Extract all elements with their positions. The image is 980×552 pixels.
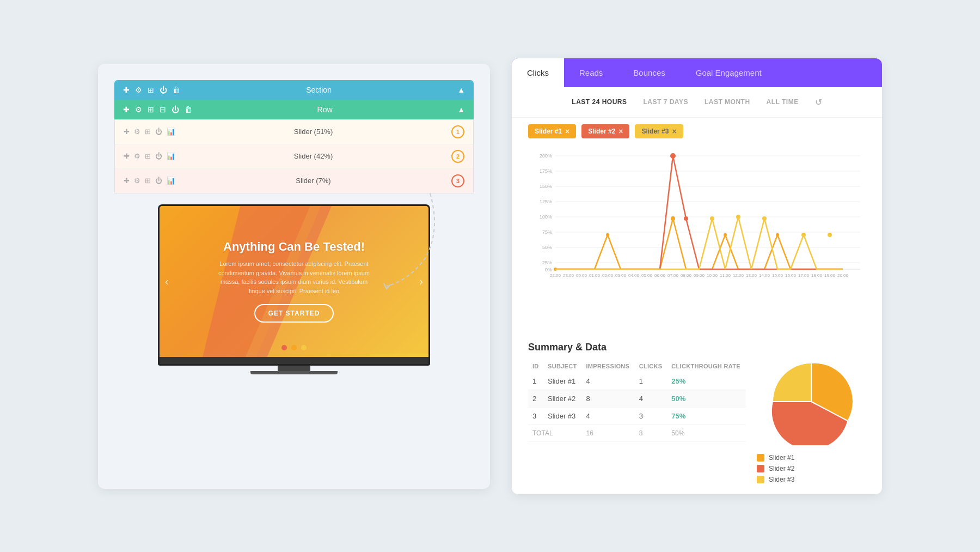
filter-last-month[interactable]: LAST MONTH [705, 98, 750, 106]
svg-text:100%: 100% [540, 214, 552, 220]
line-chart: 200% 175% 150% 125% 100% 75% 50% 25% 0% [528, 150, 866, 281]
row3-id: 3 [528, 407, 543, 424]
power-icon[interactable]: ⏻ [160, 86, 167, 94]
svg-text:18:00: 18:00 [811, 273, 823, 278]
svg-text:175%: 175% [540, 168, 552, 174]
section-chevron-icon[interactable]: ▲ [457, 86, 465, 94]
row2-clicks: 4 [635, 390, 667, 407]
dot-2[interactable] [291, 345, 297, 350]
row3-subject: Slider #3 [543, 407, 582, 424]
filter-last-7d[interactable]: LAST 7 DAYS [644, 98, 688, 106]
slider-item-3[interactable]: ✚ ⚙ ⊞ ⏻ 📊 Slider (7%) 3 [115, 169, 473, 193]
delete-row-icon[interactable]: 🗑 [185, 105, 192, 114]
legend-dot-1 [757, 454, 764, 462]
svg-text:13:00: 13:00 [746, 273, 757, 278]
slider-item-2[interactable]: ✚ ⚙ ⊞ ⏻ 📊 Slider (42%) 2 [115, 144, 473, 169]
tab-clicks[interactable]: Clicks [512, 58, 564, 87]
legend-item-1: Slider #1 [757, 454, 794, 462]
row1-impressions: 4 [582, 373, 635, 390]
left-panel: ✚ ⚙ ⊞ ⏻ 🗑 Section ▲ ✚ ⚙ ⊞ ⊟ ⏻ 🗑 Row ▲ ✚ … [98, 64, 490, 489]
power-s3-icon[interactable]: ⏻ [155, 177, 162, 185]
settings-s3-icon[interactable]: ⚙ [134, 177, 140, 185]
chart-s1-icon[interactable]: 📊 [167, 128, 175, 136]
filter-all-time[interactable]: ALL TIME [767, 98, 799, 106]
settings-row-icon[interactable]: ⚙ [135, 105, 142, 114]
copy-s2-icon[interactable]: ⊞ [145, 152, 151, 160]
svg-point-28 [710, 216, 714, 221]
copy-icon[interactable]: ⊞ [148, 86, 154, 94]
tab-goal-engagement[interactable]: Goal Engagement [681, 58, 777, 87]
tag-2-label: Slider #2 [588, 128, 615, 135]
row1-clicks: 1 [635, 373, 667, 390]
add-icon[interactable]: ✚ [123, 86, 130, 94]
copy-s1-icon[interactable]: ⊞ [145, 128, 151, 136]
tag-slider-2[interactable]: Slider #2 × [581, 124, 629, 138]
svg-text:125%: 125% [540, 199, 552, 204]
slider-3-label: Slider (7%) [175, 177, 451, 185]
tag-2-close-icon[interactable]: × [618, 127, 623, 136]
total-clicks: 8 [635, 424, 667, 441]
laptop-base [158, 357, 430, 366]
slider-3-badge: 3 [451, 174, 464, 187]
laptop-next-icon[interactable]: › [419, 275, 423, 288]
row3-clicks: 3 [635, 407, 667, 424]
svg-point-26 [670, 153, 676, 159]
dot-1[interactable] [281, 345, 287, 350]
row-toolbar: ✚ ⚙ ⊞ ⊟ ⏻ 🗑 Row ▲ [114, 100, 474, 119]
svg-point-32 [828, 233, 832, 237]
power-row-icon[interactable]: ⏻ [171, 105, 179, 114]
chart-area: 200% 175% 150% 125% 100% 75% 50% 25% 0% [512, 145, 882, 333]
filter-last-24h[interactable]: LAST 24 HOURS [572, 98, 627, 106]
reset-icon[interactable]: ↺ [815, 97, 822, 107]
laptop-prev-icon[interactable]: ‹ [165, 275, 169, 288]
row-toolbar-icons: ✚ ⚙ ⊞ ⊟ ⏻ 🗑 [123, 105, 192, 114]
slider-2-icons: ✚ ⚙ ⊞ ⏻ 📊 [124, 152, 175, 160]
table-row: 1 Slider #1 4 1 25% [528, 373, 746, 390]
add-s3-icon[interactable]: ✚ [124, 177, 130, 185]
chart-s3-icon[interactable]: 📊 [167, 177, 175, 185]
svg-text:02:00: 02:00 [602, 273, 614, 278]
right-panel: Clicks Reads Bounces Goal Engagement LAS… [512, 58, 882, 494]
settings-s1-icon[interactable]: ⚙ [134, 128, 140, 136]
power-s1-icon[interactable]: ⏻ [155, 128, 162, 136]
add-s1-icon[interactable]: ✚ [124, 128, 130, 136]
laptop-body: Lorem ipsum amet, consectetur adipiscing… [212, 259, 376, 295]
svg-text:05:00: 05:00 [641, 273, 653, 278]
chart-s2-icon[interactable]: 📊 [167, 152, 175, 160]
delete-icon[interactable]: 🗑 [173, 86, 180, 94]
tag-1-close-icon[interactable]: × [565, 127, 569, 136]
slider-tags: Slider #1 × Slider #2 × Slider #3 × [512, 118, 882, 145]
slider-1-icons: ✚ ⚙ ⊞ ⏻ 📊 [124, 128, 175, 136]
row1-id: 1 [528, 373, 543, 390]
svg-text:0%: 0% [545, 267, 552, 272]
section-toolbar-icons: ✚ ⚙ ⊞ ⏻ 🗑 [123, 86, 180, 94]
row1-subject: Slider #1 [543, 373, 582, 390]
tab-reads[interactable]: Reads [564, 58, 618, 87]
legend-dot-2 [757, 465, 764, 472]
laptop-preview: Anything Can Be Tested! Lorem ipsum amet… [114, 204, 474, 374]
svg-text:14:00: 14:00 [759, 273, 770, 278]
settings-s2-icon[interactable]: ⚙ [134, 152, 140, 160]
tag-slider-1[interactable]: Slider #1 × [528, 124, 576, 138]
dot-3[interactable] [301, 345, 307, 350]
add-s2-icon[interactable]: ✚ [124, 152, 130, 160]
power-s2-icon[interactable]: ⏻ [155, 152, 162, 160]
tag-3-label: Slider #3 [641, 128, 669, 135]
copy-s3-icon[interactable]: ⊞ [145, 177, 151, 185]
svg-text:16:00: 16:00 [785, 273, 797, 278]
slider-item-1[interactable]: ✚ ⚙ ⊞ ⏻ 📊 Slider (51%) 1 [115, 120, 473, 144]
legend-label-3: Slider #3 [769, 476, 794, 483]
legend-label-2: Slider #2 [769, 465, 794, 472]
columns-icon[interactable]: ⊟ [160, 105, 166, 114]
add-row-icon[interactable]: ✚ [123, 105, 130, 114]
tab-bounces[interactable]: Bounces [618, 58, 680, 87]
tag-3-close-icon[interactable]: × [672, 127, 676, 136]
settings-icon[interactable]: ⚙ [135, 86, 142, 94]
summary-title: Summary & Data [528, 342, 746, 353]
laptop-cta-button[interactable]: GET STARTED [254, 304, 334, 323]
col-id: ID [528, 360, 543, 373]
tag-slider-3[interactable]: Slider #3 × [635, 124, 683, 138]
copy-row-icon[interactable]: ⊞ [148, 105, 154, 114]
row-chevron-icon[interactable]: ▲ [457, 105, 465, 114]
row2-ctr: 50% [667, 390, 746, 407]
